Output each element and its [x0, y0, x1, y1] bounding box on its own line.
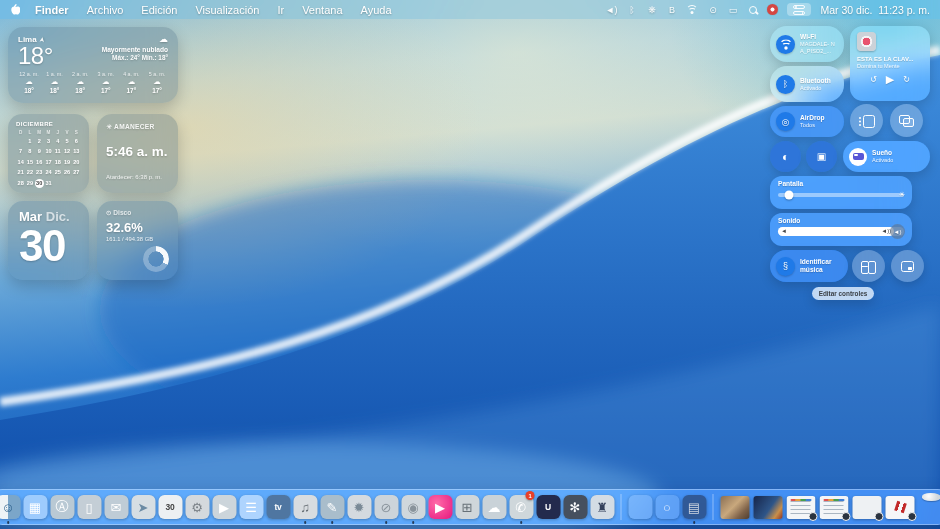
hour-forecast: 4 a. m.☁17°	[120, 71, 142, 93]
minimized-image-dark[interactable]	[753, 492, 784, 522]
sleep-focus-module[interactable]: Sueño Activado	[843, 141, 930, 172]
menu-visualizacion[interactable]: Visualización	[186, 4, 268, 16]
play-button[interactable]: ▶	[886, 73, 894, 86]
now-playing-widget[interactable]: ESTA ES LA CLAV... Domina tu Mente ↺ ▶ ↻	[850, 26, 930, 101]
safari-compass[interactable]: ✹	[347, 492, 372, 522]
apple-menu-icon[interactable]	[10, 4, 20, 16]
wifi-module[interactable]: Wi-Fi MAGDALE- NA_PISO2_...	[770, 26, 844, 62]
app-b-icon[interactable]: B	[666, 3, 677, 16]
finder[interactable]: ☺	[0, 492, 21, 522]
filmora[interactable]: ▶	[428, 492, 453, 522]
skip-back-button[interactable]: ↺	[870, 75, 877, 84]
hour-temp: 18°	[44, 87, 66, 94]
minimized-doc-4[interactable]	[886, 496, 915, 519]
disk-widget[interactable]: ⊙ Disco 32.6% 161.1 / 494.38 GB	[97, 201, 178, 280]
fan-app-icon[interactable]: ❋	[646, 3, 657, 16]
menu-archivo[interactable]: Archivo	[78, 4, 133, 16]
screen-capture-button[interactable]: ▣	[806, 141, 837, 172]
music[interactable]: ♫	[293, 492, 318, 522]
mail[interactable]: ✉	[104, 492, 129, 522]
volume-slider[interactable]: ◄ ◄)) ◄)	[778, 227, 904, 236]
calculator[interactable]: ⊞	[455, 492, 480, 522]
stage-manager-button[interactable]	[850, 104, 883, 137]
iphone-mirroring[interactable]: ▯	[77, 492, 102, 522]
minimized-photo[interactable]	[720, 492, 751, 522]
minimized-image-dark[interactable]	[754, 496, 783, 519]
menu-ventana[interactable]: Ventana	[293, 4, 351, 16]
menu-ayuda[interactable]: Ayuda	[352, 4, 401, 16]
system-settings[interactable]: ⚙	[185, 492, 210, 522]
calendar-weekday: V	[62, 130, 71, 135]
minimized-doc-1[interactable]	[787, 496, 816, 519]
running-indicator	[693, 521, 696, 524]
date-widget[interactable]: Mar Dic. 30	[8, 201, 89, 280]
bluetooth-icon[interactable]: ᛒ	[776, 75, 795, 94]
launchpad[interactable]: ▦	[23, 492, 48, 522]
brightness-knob[interactable]	[785, 190, 794, 199]
screen-mirroring-button[interactable]	[890, 104, 923, 137]
menu-finder[interactable]: Finder	[26, 4, 78, 16]
brightness-slider[interactable]: ☀	[778, 193, 904, 197]
calendar-day: 8	[25, 147, 34, 156]
calendar[interactable]: 30	[158, 492, 183, 522]
weather-temp: 18°	[18, 44, 53, 68]
red-app-icon[interactable]	[767, 3, 778, 16]
menu-clock[interactable]: Mar 30 dic. 11:23 p. m.	[820, 4, 930, 16]
messages[interactable]: ☁	[482, 492, 507, 522]
minimized-doc-2[interactable]	[820, 496, 849, 519]
control-center-icon[interactable]	[787, 3, 811, 16]
preview-pencil[interactable]: ✎	[320, 492, 345, 522]
recent-app-2[interactable]: ○	[655, 492, 680, 522]
app-store[interactable]: Ⓐ	[50, 492, 75, 522]
airdrop-icon[interactable]: ◎	[776, 112, 795, 131]
minimized-doc-4[interactable]	[885, 492, 916, 522]
chatgpt[interactable]: ✻	[563, 492, 588, 522]
menu-edicion[interactable]: Edición	[132, 4, 186, 16]
minimized-doc-2[interactable]	[819, 492, 850, 522]
volume-icon[interactable]: ◄)	[606, 3, 618, 16]
sleep-label: Sueño	[872, 149, 893, 157]
minimized-doc-3[interactable]	[852, 492, 883, 522]
recent-app-1[interactable]	[628, 492, 653, 522]
airdrop-module[interactable]: ◎ AirDrop Todos	[770, 106, 844, 137]
window-tiling-button[interactable]	[852, 250, 885, 282]
menu-ir[interactable]: Ir	[268, 4, 293, 16]
calendar-widget[interactable]: DICIEMBRE DLMMJVS12345678910111213141516…	[8, 114, 89, 193]
trash[interactable]	[918, 493, 940, 521]
audio-output-button[interactable]: ◄)	[890, 224, 905, 239]
dark-mode-button[interactable]: ◐	[770, 141, 801, 172]
weather-widget[interactable]: Lima ➤ 18° ☁ Mayormente nublado Máx.: 24…	[8, 27, 178, 103]
apple-tv[interactable]: tv	[266, 492, 291, 522]
track-subtitle: Domina tu Mente	[857, 63, 923, 69]
browser-circle-app[interactable]: ◉	[401, 492, 426, 522]
display-icon[interactable]: ▭	[727, 3, 738, 16]
maps[interactable]: ➤	[131, 492, 156, 522]
dark-mode-icon: ◐	[782, 150, 789, 164]
facetime[interactable]: ▶	[212, 492, 237, 522]
minimized-photo[interactable]	[721, 496, 750, 519]
shazam-module[interactable]: § Identificar música	[770, 250, 848, 282]
stacked-cards-app[interactable]: ☰	[239, 492, 264, 522]
power-u-app[interactable]: U	[536, 492, 561, 522]
weather-right: ☁ Mayormente nublado Máx.: 24° Mín.: 18°	[102, 35, 168, 68]
slash-circle-app[interactable]: ⊘	[374, 492, 399, 522]
cloud-moon-icon: ☁	[120, 77, 142, 86]
minimized-doc-1[interactable]	[786, 492, 817, 522]
edit-controls-button[interactable]: Editar controles	[812, 287, 874, 300]
bluetooth-module[interactable]: ᛒ Bluetooth Activado	[770, 66, 844, 102]
sunrise-widget[interactable]: ☀ AMANECER 5:46 a. m. Atardecer: 6:38 p.…	[97, 114, 178, 193]
picture-in-picture-button[interactable]	[891, 250, 924, 282]
crest-app[interactable]: ♜	[590, 492, 615, 522]
recent-app-3[interactable]: ▤	[682, 492, 707, 522]
filmora-icon: ▶	[428, 495, 452, 519]
spotlight-icon[interactable]	[747, 3, 758, 16]
wifi-icon[interactable]	[776, 35, 795, 54]
wifi-icon[interactable]	[686, 3, 698, 16]
bluetooth-icon[interactable]: ᛒ	[626, 3, 637, 16]
whatsapp[interactable]: ✆1	[509, 492, 534, 522]
skip-forward-button[interactable]: ↻	[903, 75, 910, 84]
minimized-doc-3[interactable]	[853, 496, 882, 519]
shazam-icon: §	[776, 257, 795, 276]
now-playing-icon[interactable]: ⊙	[707, 3, 718, 16]
menu-bar: FinderArchivoEdiciónVisualizaciónIrVenta…	[0, 0, 940, 19]
